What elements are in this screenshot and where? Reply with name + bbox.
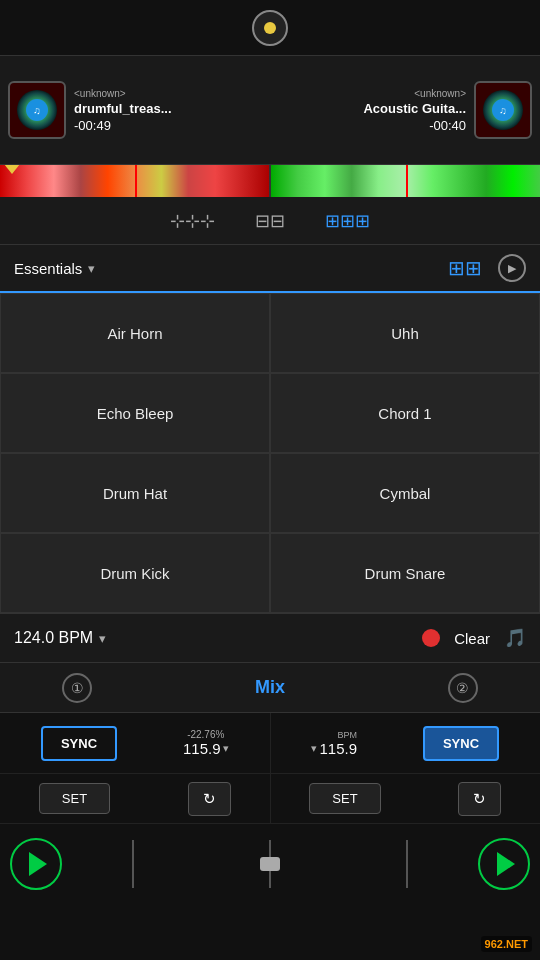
pitch-slider-left-1[interactable]	[68, 838, 199, 890]
clear-button[interactable]: Clear	[454, 630, 490, 647]
play-triangle-left	[29, 852, 47, 876]
essentials-play-icon[interactable]: ▶	[498, 254, 526, 282]
deck-right-album-inner: ♫	[483, 90, 523, 130]
controls-area: SYNC -22.76% 115.9 ▾ BPM ▾ 115.9 SYNC	[0, 713, 540, 773]
waveform-marker-right	[406, 165, 408, 197]
bpm-label-right: BPM	[337, 730, 357, 740]
deck-right-time: -00:40	[429, 118, 466, 133]
bpm-num-right-value: 115.9	[319, 740, 357, 757]
deck-left-logo: ♫	[26, 99, 48, 121]
set-left: SET ↻	[0, 774, 271, 823]
deck-right: ♫ <unknown> Acoustic Guita... -00:40	[270, 56, 540, 164]
toolbar-grid-icon[interactable]: ⊞⊞⊞	[325, 210, 370, 232]
deck-right-logo: ♫	[492, 99, 514, 121]
essentials-bar: Essentials ▾ ⊞⊞ ▶	[0, 245, 540, 293]
pitch-line-left-1	[132, 840, 134, 888]
mix-deck2-number: ②	[386, 673, 540, 703]
deck2-circle: ②	[448, 673, 478, 703]
pad-echo-bleep[interactable]: Echo Bleep	[0, 373, 270, 453]
bpm-num-left-value: 115.9	[183, 740, 221, 757]
top-bar	[0, 0, 540, 55]
pad-chord1[interactable]: Chord 1	[270, 373, 540, 453]
deck-right-source: <unknown>	[414, 88, 466, 99]
pad-air-horn[interactable]: Air Horn	[0, 293, 270, 373]
deck-left: ♫ <unknown> drumful_treas... -00:49	[0, 56, 270, 164]
toolbar-beat-icon[interactable]: ⊹⊹⊹	[170, 210, 215, 232]
essentials-grid-icon[interactable]: ⊞⊞	[448, 256, 482, 280]
pitch-slider-right-1[interactable]	[341, 838, 472, 890]
top-indicator-dot	[264, 22, 276, 34]
waveform-area	[0, 165, 540, 197]
bottom-controls	[0, 823, 540, 903]
essentials-chevron-icon: ▾	[88, 261, 95, 276]
set-right: SET ↻	[271, 774, 541, 823]
deck-right-info: <unknown> Acoustic Guita... -00:40	[278, 88, 466, 133]
loop-button-right[interactable]: ↻	[458, 782, 501, 816]
bpm-pct-left: -22.76%	[187, 729, 224, 740]
record-button[interactable]	[422, 629, 440, 647]
bpm-bar: 124.0 BPM ▾ Clear 🎵	[0, 613, 540, 663]
essentials-left[interactable]: Essentials ▾	[14, 260, 95, 277]
waveform-marker-left	[135, 165, 137, 197]
toolbar: ⊹⊹⊹ ⊟⊟ ⊞⊞⊞	[0, 197, 540, 245]
pad-cymbal[interactable]: Cymbal	[270, 453, 540, 533]
pitch-line-right-1	[406, 840, 408, 888]
deck-area: ♫ <unknown> drumful_treas... -00:49 ♫ <u…	[0, 55, 540, 165]
bpm-chevron-icon: ▾	[99, 631, 106, 646]
bpm-control-left: -22.76% 115.9 ▾	[183, 729, 229, 757]
bpm-right: Clear 🎵	[422, 627, 526, 649]
watermark: 962.NET	[481, 936, 532, 952]
bpm-num-right: ▾ 115.9	[311, 740, 357, 757]
deck-right-title: Acoustic Guita...	[363, 101, 466, 116]
bpm-dropdown-icon-left[interactable]: ▾	[223, 742, 229, 755]
play-button-right[interactable]	[478, 838, 530, 890]
bpm-control-right: BPM ▾ 115.9	[311, 730, 357, 757]
deck-right-album: ♫	[474, 81, 532, 139]
deck-left-title: drumful_treas...	[74, 101, 214, 116]
pitch-slider-left-2[interactable]	[205, 838, 336, 890]
bpm-dropdown-icon-right[interactable]: ▾	[311, 742, 317, 755]
set-button-right[interactable]: SET	[309, 783, 380, 814]
waveform-triangle-left	[4, 165, 20, 174]
set-button-left[interactable]: SET	[39, 783, 110, 814]
metronome-icon[interactable]: 🎵	[504, 627, 526, 649]
deck-left-source: <unknown>	[74, 88, 262, 99]
mix-label[interactable]: Mix	[154, 677, 385, 698]
waveform-right[interactable]	[271, 165, 540, 197]
bpm-value: 124.0 BPM	[14, 629, 93, 647]
play-triangle-right	[497, 852, 515, 876]
sync-button-left[interactable]: SYNC	[41, 726, 117, 761]
pad-uhh[interactable]: Uhh	[270, 293, 540, 373]
loop-button-left[interactable]: ↻	[188, 782, 231, 816]
deck-left-album: ♫	[8, 81, 66, 139]
sync-button-right[interactable]: SYNC	[423, 726, 499, 761]
bpm-left[interactable]: 124.0 BPM ▾	[14, 629, 106, 647]
deck1-circle: ①	[62, 673, 92, 703]
pitch-handle-center[interactable]	[260, 857, 280, 871]
mix-deck1-number: ①	[0, 673, 154, 703]
waveform-left[interactable]	[0, 165, 269, 197]
essentials-right: ⊞⊞ ▶	[448, 254, 526, 282]
mix-bar: ① Mix ②	[0, 663, 540, 713]
bpm-num-left: 115.9 ▾	[183, 740, 229, 757]
essentials-label: Essentials	[14, 260, 82, 277]
pad-grid: Air Horn Uhh Echo Bleep Chord 1 Drum Hat…	[0, 293, 540, 613]
pad-drum-hat[interactable]: Drum Hat	[0, 453, 270, 533]
deck-left-time: -00:49	[74, 118, 262, 133]
pad-drum-kick[interactable]: Drum Kick	[0, 533, 270, 613]
set-row: SET ↻ SET ↻	[0, 773, 540, 823]
controls-left: SYNC -22.76% 115.9 ▾	[0, 713, 271, 773]
pad-drum-snare[interactable]: Drum Snare	[270, 533, 540, 613]
deck-left-album-inner: ♫	[17, 90, 57, 130]
toolbar-eq-icon[interactable]: ⊟⊟	[255, 210, 285, 232]
deck-left-info: <unknown> drumful_treas... -00:49	[74, 88, 262, 133]
controls-right: BPM ▾ 115.9 SYNC	[271, 713, 541, 773]
top-indicator	[252, 10, 288, 46]
play-button-left[interactable]	[10, 838, 62, 890]
